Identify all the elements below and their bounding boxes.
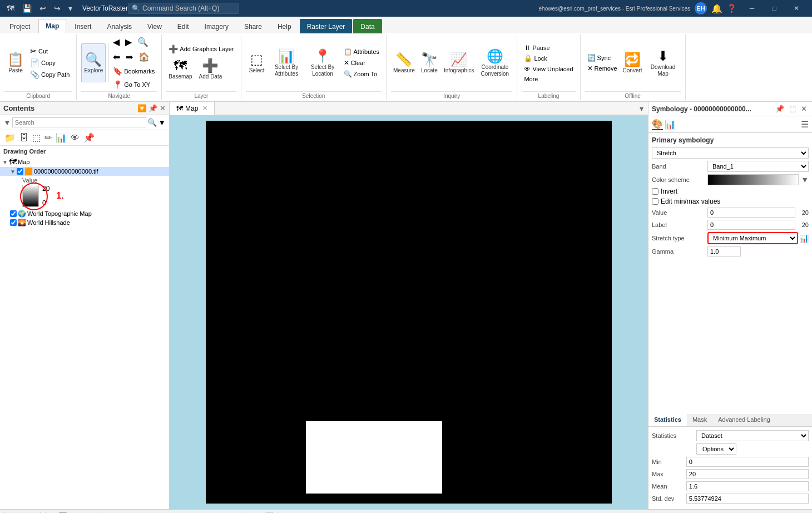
- view-unplaced-button[interactable]: 👁 View Unplaced: [522, 64, 575, 74]
- save-icon[interactable]: 💾: [20, 3, 34, 14]
- sym-menu-icon[interactable]: ☰: [801, 119, 809, 130]
- edit-minmax-checkbox[interactable]: [652, 198, 658, 205]
- statistics-select[interactable]: Dataset: [696, 430, 809, 441]
- goto-xy-button[interactable]: 📍 Go To XY: [111, 79, 157, 90]
- min-input[interactable]: [686, 457, 809, 467]
- sym-popout-icon[interactable]: ⬚: [788, 104, 798, 114]
- help-icon[interactable]: ❓: [727, 4, 736, 13]
- basemap-button[interactable]: 🗺 Basemap: [166, 55, 194, 83]
- search-submit-icon[interactable]: 🔍: [147, 118, 157, 127]
- nav-next-button[interactable]: ➡: [123, 51, 135, 63]
- layer-item-hillshade[interactable]: 🌄 World Hillshade: [0, 218, 169, 227]
- nav-zoom-button[interactable]: 🔍: [135, 36, 151, 48]
- attributes-button[interactable]: 📋 Attributes: [341, 47, 382, 57]
- pause-button[interactable]: ⏸ Pause: [522, 43, 575, 53]
- paste-button[interactable]: 📋 Paste: [4, 43, 27, 82]
- select-by-location-button[interactable]: 📍 Select By Location: [305, 43, 340, 82]
- tab-help[interactable]: Help: [270, 19, 299, 33]
- tab-imagery[interactable]: Imagery: [197, 19, 236, 33]
- tab-project[interactable]: Project: [2, 19, 37, 33]
- locate-button[interactable]: 🔭 Locate: [418, 43, 440, 82]
- customize-icon[interactable]: ▾: [66, 3, 75, 14]
- group-icon[interactable]: 📁: [3, 131, 17, 144]
- layer-type-icon[interactable]: 🗄: [18, 132, 29, 144]
- stretch-type-select[interactable]: Minimum Maximum: [707, 232, 798, 244]
- raster-visibility-checkbox[interactable]: [17, 168, 23, 175]
- sym-pin-icon[interactable]: 📌: [774, 104, 786, 114]
- add-data-button[interactable]: ➕ Add Data: [197, 55, 225, 83]
- invert-checkbox[interactable]: [652, 188, 658, 195]
- notification-icon[interactable]: 🔔: [711, 3, 722, 14]
- layer-item-map[interactable]: ▼ 🗺 Map: [0, 157, 169, 167]
- filter-icon[interactable]: 🔽: [137, 104, 146, 112]
- select-button[interactable]: ⬚ Select: [246, 43, 268, 82]
- tab-mask[interactable]: Mask: [687, 414, 712, 426]
- map-tab-close[interactable]: ✕: [202, 105, 207, 112]
- infographics-button[interactable]: 📈 Infographics: [442, 43, 476, 82]
- select-by-attributes-button[interactable]: 📊 Select By Attributes: [269, 43, 304, 82]
- close-icon[interactable]: ✕: [160, 104, 166, 112]
- copy-path-button[interactable]: 📎 Copy Path: [28, 69, 72, 80]
- edit-icon[interactable]: ✏: [43, 131, 53, 144]
- options-select[interactable]: Options: [696, 443, 736, 455]
- tab-insert[interactable]: Insert: [67, 19, 98, 33]
- layer-item-topo[interactable]: 🌍 World Topographic Map: [0, 209, 169, 218]
- more-button[interactable]: More: [522, 75, 575, 83]
- tab-statistics[interactable]: Statistics: [648, 414, 687, 426]
- close-button[interactable]: ✕: [785, 0, 808, 17]
- nav-prev-button[interactable]: ⬅: [111, 51, 122, 63]
- color-scheme-dropdown[interactable]: ▼: [801, 175, 809, 184]
- map-tab[interactable]: 🗺 Map ✕: [170, 102, 215, 115]
- stddev-input[interactable]: [686, 494, 809, 504]
- label-start-input[interactable]: [707, 220, 795, 230]
- cut-button[interactable]: ✂ Cut: [28, 46, 72, 57]
- hillshade-visibility-checkbox[interactable]: [10, 219, 17, 226]
- copy-button[interactable]: 📄 Copy: [28, 57, 72, 68]
- minimize-button[interactable]: ─: [741, 0, 763, 17]
- tab-map[interactable]: Map: [38, 19, 66, 33]
- zoom-to-button[interactable]: 🔍 Zoom To: [341, 69, 382, 79]
- table-icon[interactable]: 📊: [55, 131, 68, 144]
- search-options-icon[interactable]: ▼: [158, 118, 166, 127]
- bookmarks-button[interactable]: 🔖 Bookmarks: [111, 66, 157, 77]
- map-canvas[interactable]: [170, 115, 648, 509]
- band-select[interactable]: Band_1: [707, 161, 809, 172]
- stretch-histogram-icon[interactable]: 📊: [799, 234, 809, 243]
- gamma-input[interactable]: [707, 246, 741, 256]
- explore-button[interactable]: 🔍 Explore: [81, 43, 106, 82]
- mean-input[interactable]: [686, 481, 809, 491]
- tab-advanced-labeling[interactable]: Advanced Labeling: [712, 414, 776, 426]
- command-search-box[interactable]: 🔍 Command Search (Alt+Q): [128, 3, 239, 14]
- max-input[interactable]: [686, 469, 809, 479]
- lock-button[interactable]: 🔒 Lock: [522, 53, 575, 63]
- coordinate-button[interactable]: 🌐 Coordinate Conversion: [477, 43, 512, 82]
- nav-home-button[interactable]: 🏠: [136, 51, 152, 63]
- layer-item-raster[interactable]: ▼ 🟧 00000000000000000.tif: [0, 167, 169, 176]
- tab-edit[interactable]: Edit: [170, 19, 196, 33]
- pin-icon[interactable]: 📌: [148, 104, 157, 112]
- nav-back-button[interactable]: ◀: [111, 36, 122, 48]
- tab-share[interactable]: Share: [237, 19, 269, 33]
- tab-raster-layer[interactable]: Raster Layer: [300, 19, 353, 33]
- undo-icon[interactable]: ↩: [37, 3, 48, 14]
- tab-data[interactable]: Data: [353, 19, 382, 33]
- add-graphics-button[interactable]: ➕ Add Graphics Layer: [166, 43, 236, 55]
- topo-visibility-checkbox[interactable]: [10, 210, 17, 217]
- sync-button[interactable]: 🔄 Sync: [585, 53, 620, 63]
- tab-chevron[interactable]: ▾: [640, 104, 643, 113]
- redo-icon[interactable]: ↪: [52, 3, 63, 14]
- sym-table-icon[interactable]: 📊: [665, 119, 676, 130]
- stretch-select[interactable]: Stretch: [652, 147, 809, 159]
- visible-icon[interactable]: 👁: [70, 132, 81, 144]
- snap-icon[interactable]: 📌: [82, 131, 96, 144]
- sym-close-icon[interactable]: ✕: [799, 104, 809, 114]
- tab-view[interactable]: View: [140, 19, 169, 33]
- selection-icon[interactable]: ⬚: [31, 131, 42, 144]
- convert-button[interactable]: 🔁 Convert: [621, 43, 645, 82]
- maximize-button[interactable]: □: [763, 0, 785, 17]
- sym-paint-icon[interactable]: 🎨: [652, 119, 663, 130]
- download-map-button[interactable]: ⬇ Download Map: [646, 43, 681, 82]
- nav-forward-button[interactable]: ▶: [123, 36, 134, 48]
- user-avatar[interactable]: EH: [695, 2, 707, 14]
- tab-analysis[interactable]: Analysis: [100, 19, 139, 33]
